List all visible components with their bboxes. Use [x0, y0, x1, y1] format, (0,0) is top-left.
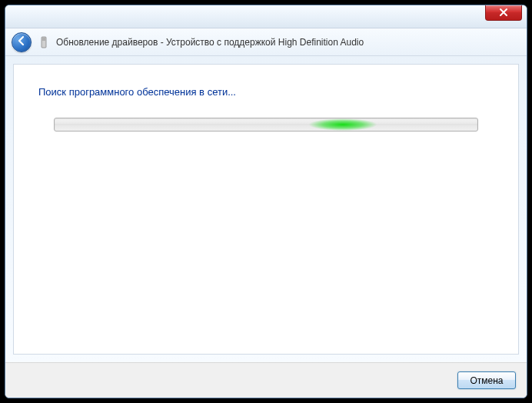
- content-frame: Поиск программного обеспечения в сети...: [5, 56, 527, 362]
- content-area: Поиск программного обеспечения в сети...: [13, 64, 519, 355]
- dialog-window: Обновление драйверов - Устройство с подд…: [5, 5, 527, 398]
- svg-rect-1: [42, 38, 45, 41]
- cancel-button[interactable]: Отмена: [457, 371, 516, 389]
- close-button[interactable]: [485, 5, 522, 21]
- status-heading: Поиск программного обеспечения в сети...: [38, 86, 494, 98]
- titlebar: [5, 5, 527, 28]
- navigation-bar: Обновление драйверов - Устройство с подд…: [5, 28, 527, 56]
- arrow-left-icon: [16, 35, 27, 49]
- progress-bar: [54, 118, 478, 132]
- device-icon: [38, 36, 50, 48]
- progress-indicator: [308, 118, 377, 131]
- close-icon: [499, 6, 508, 20]
- back-button[interactable]: [12, 32, 32, 52]
- progress-container: [38, 118, 494, 132]
- dialog-footer: Отмена: [5, 362, 527, 398]
- window-title: Обновление драйверов - Устройство с подд…: [56, 37, 364, 48]
